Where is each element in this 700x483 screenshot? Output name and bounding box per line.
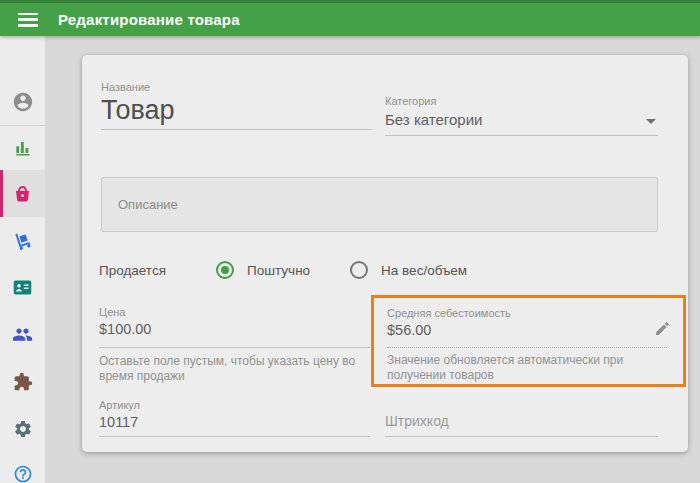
- radio-each[interactable]: [216, 261, 234, 279]
- edit-pencil-icon[interactable]: [654, 320, 671, 341]
- name-field-label: Название: [101, 81, 150, 93]
- sidebar-item-items[interactable]: [0, 170, 45, 217]
- price-hint: Оставьте поле пустым, чтобы указать цену…: [99, 354, 379, 384]
- description-placeholder: Описание: [118, 197, 178, 212]
- sidebar-item-customers[interactable]: [0, 264, 45, 311]
- price-input[interactable]: $100.00: [99, 321, 151, 337]
- menu-hamburger-icon[interactable]: [18, 13, 38, 27]
- help-icon: [13, 464, 33, 483]
- chevron-down-icon[interactable]: [646, 119, 656, 124]
- sold-by-label: Продается: [99, 263, 166, 278]
- sidebar-item-inventory[interactable]: [0, 217, 45, 264]
- name-input-underline: [101, 129, 372, 130]
- name-input[interactable]: Товар: [101, 95, 174, 126]
- cost-hint: Значение обновляется автоматически при п…: [387, 353, 677, 383]
- items-basket-icon: [12, 183, 33, 204]
- price-input-underline: [99, 347, 370, 348]
- employees-icon: [12, 324, 33, 345]
- page-title: Редактирование товара: [58, 11, 240, 28]
- category-select[interactable]: Без категории: [385, 111, 482, 128]
- sidebar-item-reports[interactable]: [0, 126, 45, 170]
- barcode-input[interactable]: Штрихкод: [385, 413, 449, 429]
- radio-weight[interactable]: [350, 261, 368, 279]
- customers-card-icon: [12, 277, 33, 298]
- average-cost-highlight-box: Средняя себестоимость $56.00 Значение об…: [371, 295, 686, 387]
- cost-dotted-underline: [387, 347, 667, 348]
- main-area: Название Товар Категория Без категории О…: [45, 36, 700, 483]
- sold-by-row: Продается Поштучно На вес/объем: [99, 260, 507, 280]
- barcode-input-underline: [385, 436, 658, 437]
- sidebar-item-settings[interactable]: [0, 405, 45, 452]
- category-field-label: Категория: [385, 95, 436, 107]
- settings-gear-icon: [13, 419, 33, 439]
- sku-input[interactable]: 10117: [99, 414, 138, 430]
- reports-chart-icon: [13, 138, 33, 158]
- category-select-underline: [385, 135, 658, 136]
- sku-field-label: Артикул: [99, 399, 140, 411]
- price-field-label: Цена: [99, 306, 125, 318]
- sku-input-underline: [99, 436, 370, 437]
- app-header: Редактирование товара: [0, 0, 700, 36]
- integrations-puzzle-icon: [13, 372, 33, 392]
- edit-item-card: Название Товар Категория Без категории О…: [82, 55, 688, 452]
- account-icon: [12, 91, 34, 113]
- cost-value: $56.00: [387, 322, 431, 338]
- radio-each-label: Поштучно: [247, 263, 310, 278]
- sidebar-item-account[interactable]: [0, 78, 45, 125]
- sidebar: [0, 36, 45, 483]
- radio-weight-label: На вес/объем: [381, 263, 467, 278]
- cost-field-label: Средняя себестоимость: [387, 307, 511, 319]
- description-textarea[interactable]: Описание: [101, 177, 658, 232]
- sidebar-item-employees[interactable]: [0, 311, 45, 358]
- inventory-handtruck-icon: [12, 230, 33, 251]
- sidebar-item-help[interactable]: [0, 452, 45, 483]
- sidebar-item-integrations[interactable]: [0, 358, 45, 405]
